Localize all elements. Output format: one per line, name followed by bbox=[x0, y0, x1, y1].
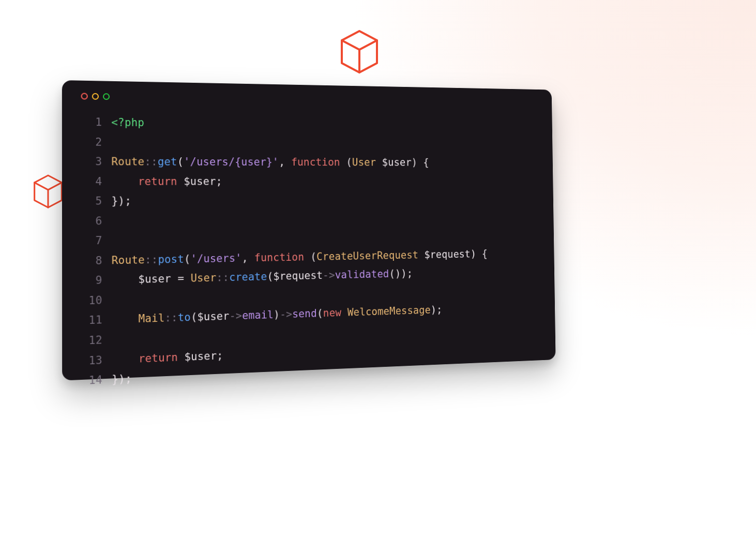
line-number: 9 bbox=[81, 272, 102, 289]
code-line: return $user; bbox=[111, 173, 537, 190]
line-number: 14 bbox=[81, 371, 102, 389]
code-line: <?php bbox=[111, 114, 537, 135]
scene-container: 1<?php2 3Route::get('/users/{user}', fun… bbox=[26, 26, 636, 398]
line-number: 1 bbox=[81, 114, 102, 131]
line-number: 3 bbox=[81, 153, 102, 170]
line-number: 2 bbox=[81, 133, 102, 150]
window-zoom-icon bbox=[103, 93, 110, 100]
line-number: 10 bbox=[81, 292, 102, 309]
code-line bbox=[111, 134, 537, 153]
line-number: 13 bbox=[81, 352, 102, 369]
window-traffic-lights bbox=[81, 93, 537, 107]
code-line: Route::get('/users/{user}', function (Us… bbox=[111, 154, 537, 171]
code-line: }); bbox=[111, 191, 538, 210]
window-minimize-icon bbox=[92, 93, 99, 100]
line-number: 7 bbox=[81, 232, 102, 249]
cube-icon bbox=[32, 173, 64, 210]
cube-icon bbox=[339, 29, 380, 75]
line-number: 12 bbox=[81, 332, 102, 349]
line-number: 5 bbox=[81, 193, 102, 210]
code-editor-window: 1<?php2 3Route::get('/users/{user}', fun… bbox=[62, 80, 556, 381]
code-line bbox=[112, 209, 538, 229]
window-close-icon bbox=[81, 93, 88, 99]
line-number: 6 bbox=[81, 213, 102, 230]
code-block: 1<?php2 3Route::get('/users/{user}', fun… bbox=[81, 114, 540, 390]
line-number: 4 bbox=[81, 173, 102, 190]
line-number: 8 bbox=[81, 252, 102, 270]
line-number: 11 bbox=[81, 312, 102, 330]
